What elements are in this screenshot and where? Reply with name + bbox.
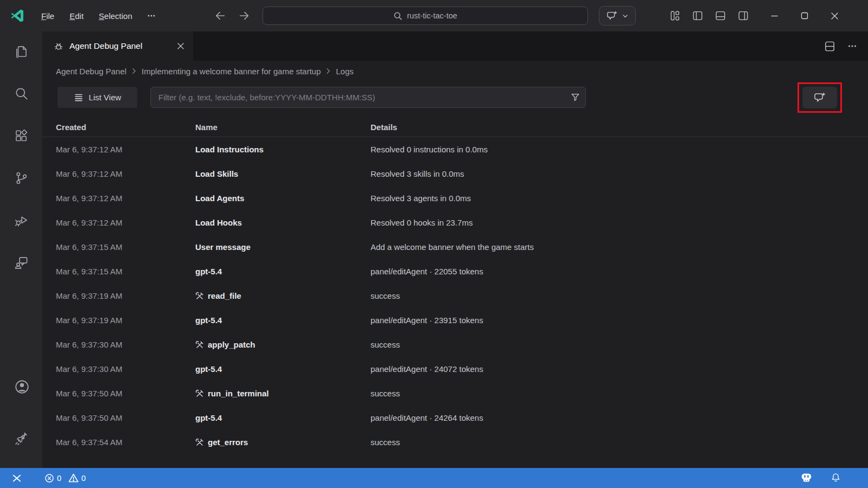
copilot-status-button[interactable] (800, 468, 813, 488)
table-row[interactable]: Mar 6, 9:37:30 AMgpt-5.4panel/editAgent … (42, 357, 868, 381)
sidebar-item-chat[interactable] (14, 255, 29, 270)
debug-icon (14, 213, 29, 228)
table-row[interactable]: Mar 6, 9:37:19 AMread_filesuccess (42, 284, 868, 308)
notifications-button[interactable] (830, 468, 841, 488)
tab-close-button[interactable] (175, 40, 187, 52)
tools-icon (195, 292, 204, 300)
error-icon (44, 473, 54, 483)
row-name: apply_patch (195, 340, 371, 349)
minimize-icon (770, 12, 778, 20)
table-row[interactable]: Mar 6, 9:37:12 AMLoad SkillsResolved 3 s… (42, 162, 868, 186)
maximize-button[interactable] (792, 8, 817, 24)
tools-icon (195, 438, 204, 447)
row-name: gpt-5.4 (195, 413, 371, 422)
warning-count: 0 (81, 474, 86, 483)
list-view-button[interactable]: List View (58, 87, 137, 108)
vscode-logo-icon (10, 8, 25, 23)
column-header-details: Details (371, 123, 868, 132)
row-name: User message (195, 242, 371, 252)
breadcrumb-item[interactable]: Agent Debug Panel (56, 67, 126, 76)
table-row[interactable]: Mar 6, 9:37:54 AMget_errorssuccess (42, 430, 868, 454)
breadcrumb-item[interactable]: Implementing a welcome banner for game s… (142, 67, 321, 76)
sidebar-item-run-debug[interactable] (14, 213, 29, 228)
table-row[interactable]: Mar 6, 9:37:15 AMUser messageAdd a welco… (42, 235, 868, 259)
row-name: gpt-5.4 (195, 364, 371, 374)
command-center-search[interactable]: rust-tic-tac-toe (263, 7, 588, 25)
more-menus-button[interactable] (140, 8, 163, 24)
row-created: Mar 6, 9:37:12 AM (56, 218, 195, 227)
rocket-icon (14, 432, 29, 447)
customize-layout-button[interactable] (668, 9, 681, 22)
row-name: run_in_terminal (195, 389, 371, 398)
problems-indicator[interactable]: 0 0 (44, 468, 90, 488)
panel-bottom-icon (714, 10, 726, 22)
row-name: Load Instructions (195, 145, 371, 154)
table-row[interactable]: Mar 6, 9:37:50 AMrun_in_terminalsuccess (42, 381, 868, 406)
rocket-button[interactable] (14, 432, 29, 447)
table-row[interactable]: Mar 6, 9:37:15 AMgpt-5.4panel/editAgent … (42, 259, 868, 284)
table-row[interactable]: Mar 6, 9:37:19 AMgpt-5.4panel/editAgent … (42, 308, 868, 332)
row-name: Load Hooks (195, 218, 371, 227)
row-details: Add a welcome banner when the game start… (371, 242, 868, 252)
tools-icon (195, 341, 204, 349)
chat-person-icon (14, 255, 29, 270)
table-row[interactable]: Mar 6, 9:37:50 AMgpt-5.4panel/editAgent … (42, 406, 868, 430)
go-forward-button[interactable] (237, 9, 252, 23)
minimize-button[interactable] (762, 8, 787, 24)
breadcrumb-item[interactable]: Logs (336, 67, 354, 76)
go-back-button[interactable] (213, 9, 228, 23)
row-name: Load Skills (195, 169, 371, 178)
filter-icon[interactable] (565, 92, 585, 102)
row-name: Load Agents (195, 194, 371, 203)
log-table-header: Created Name Details (42, 117, 868, 137)
row-name: read_file (195, 291, 371, 300)
sidebar-left-icon (692, 10, 704, 22)
sidebar-item-extensions[interactable] (14, 129, 29, 143)
sidebar-item-search[interactable] (14, 86, 29, 101)
toggle-secondary-sidebar-button[interactable] (737, 9, 750, 22)
copilot-titlebar-button[interactable] (599, 6, 636, 25)
close-window-button[interactable] (822, 8, 847, 24)
row-created: Mar 6, 9:37:12 AM (56, 145, 195, 154)
row-details: panel/editAgent · 23915 tokens (371, 316, 868, 325)
split-editor-button[interactable] (822, 39, 837, 53)
row-created: Mar 6, 9:37:54 AM (56, 438, 195, 447)
toggle-panel-button[interactable] (714, 9, 727, 22)
close-icon (831, 12, 839, 20)
table-row[interactable]: Mar 6, 9:37:30 AMapply_patchsuccess (42, 332, 868, 357)
remote-indicator[interactable] (12, 468, 22, 488)
account-button[interactable] (14, 379, 29, 394)
row-created: Mar 6, 9:37:19 AM (56, 316, 195, 325)
row-created: Mar 6, 9:37:30 AM (56, 340, 195, 349)
row-created: Mar 6, 9:37:15 AM (56, 267, 195, 276)
arrow-right-icon (238, 10, 250, 22)
menu-file[interactable]: File (34, 8, 62, 24)
row-created: Mar 6, 9:37:19 AM (56, 291, 195, 300)
search-value: rust-tic-tac-toe (407, 11, 457, 20)
editor-actions (822, 31, 859, 61)
toggle-primary-sidebar-button[interactable] (691, 9, 704, 22)
chevron-right-icon (324, 67, 332, 75)
log-table: Created Name Details Mar 6, 9:37:12 AMLo… (42, 117, 868, 454)
open-chat-button[interactable] (802, 87, 837, 108)
column-header-name: Name (195, 123, 371, 132)
menu-edit[interactable]: Edit (62, 8, 91, 24)
table-row[interactable]: Mar 6, 9:37:12 AMLoad InstructionsResolv… (42, 137, 868, 162)
sidebar-item-explorer[interactable] (14, 44, 29, 59)
more-actions-button[interactable] (845, 39, 859, 53)
table-row[interactable]: Mar 6, 9:37:12 AMLoad AgentsResolved 3 a… (42, 186, 868, 210)
row-created: Mar 6, 9:37:15 AM (56, 242, 195, 252)
bell-icon (830, 472, 841, 484)
row-details: Resolved 0 instructions in 0.0ms (371, 145, 868, 154)
git-branch-icon (14, 171, 29, 185)
table-row[interactable]: Mar 6, 9:37:12 AMLoad HooksResolved 0 ho… (42, 210, 868, 235)
tab-title: Agent Debug Panel (69, 41, 142, 51)
tools-icon (195, 389, 204, 398)
customize-layout-icon (669, 10, 681, 22)
layout-controls (668, 9, 750, 22)
menu-selection[interactable]: Selection (91, 8, 140, 24)
search-icon (14, 86, 29, 101)
sidebar-item-source-control[interactable] (14, 171, 29, 185)
filter-input[interactable] (151, 93, 565, 102)
tab-agent-debug-panel[interactable]: Agent Debug Panel (42, 31, 193, 61)
